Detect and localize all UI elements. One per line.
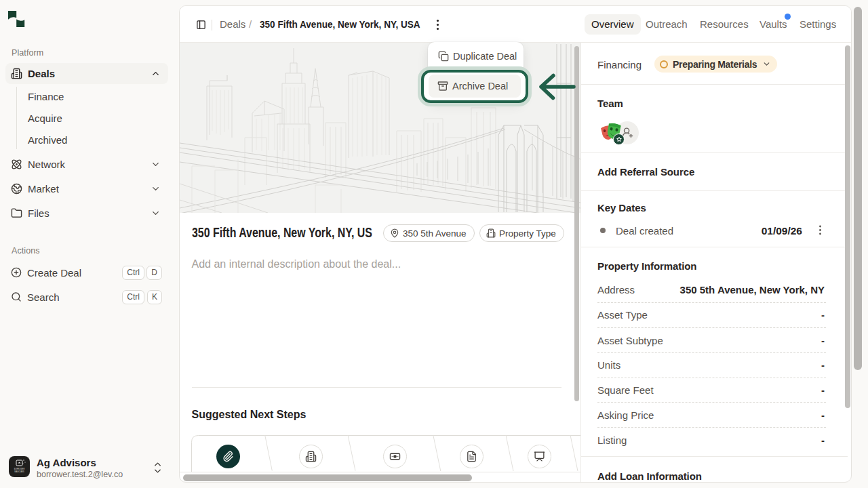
svg-text:MAGICIANS: MAGICIANS (14, 470, 24, 473)
svg-text:BORROWER: BORROWER (14, 468, 25, 470)
